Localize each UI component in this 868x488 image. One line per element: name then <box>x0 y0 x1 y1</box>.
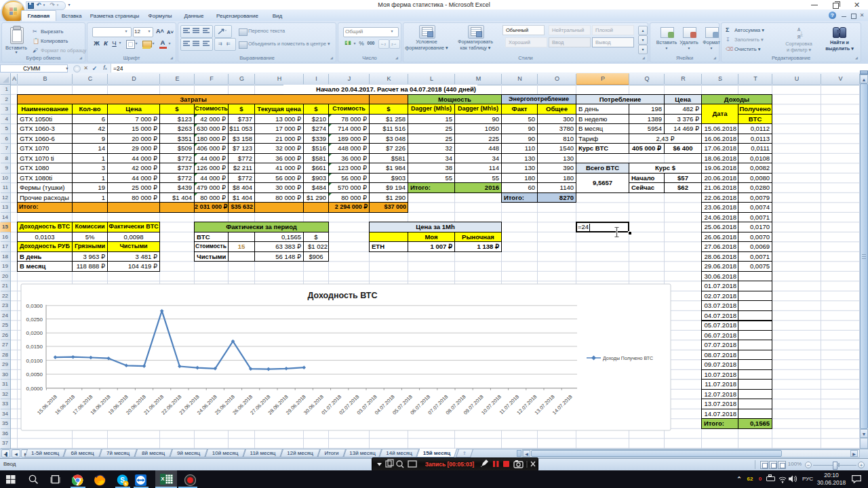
svg-text:0,0050: 0,0050 <box>26 371 43 378</box>
svg-text:0,0300: 0,0300 <box>26 303 43 309</box>
svg-text:Доходность ВТС: Доходность ВТС <box>308 291 378 300</box>
svg-text:0,0000: 0,0000 <box>26 386 43 392</box>
svg-text:0,0150: 0,0150 <box>26 344 43 350</box>
svg-text:0,0100: 0,0100 <box>26 358 43 364</box>
svg-text:0,0200: 0,0200 <box>26 330 43 336</box>
svg-text:Доходы Получено ВТС: Доходы Получено ВТС <box>603 356 653 361</box>
svg-text:0,0250: 0,0250 <box>26 317 43 323</box>
